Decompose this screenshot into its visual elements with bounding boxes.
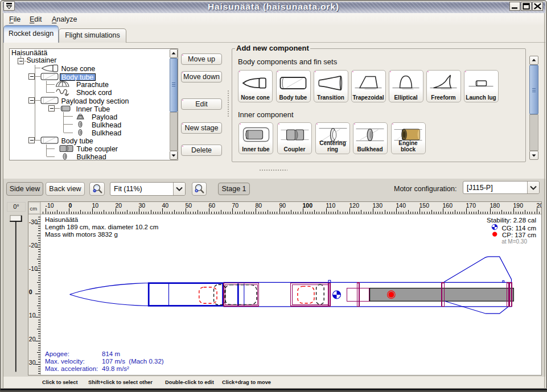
- svg-text:Haisunäätä: Haisunäätä: [45, 216, 79, 223]
- svg-text:50: 50: [186, 202, 192, 209]
- svg-text:10: 10: [92, 202, 99, 209]
- svg-text:cm: cm: [30, 205, 38, 212]
- svg-text:70: 70: [232, 202, 239, 209]
- svg-text:107 m/s (Mach 0.32): 107 m/s (Mach 0.32): [102, 358, 164, 365]
- svg-text:-10: -10: [46, 202, 54, 209]
- svg-text:150: 150: [419, 202, 430, 209]
- svg-text:60: 60: [209, 202, 216, 209]
- svg-text:160: 160: [443, 202, 453, 209]
- svg-text:30: 30: [139, 202, 146, 209]
- svg-text:120: 120: [349, 202, 360, 209]
- svg-text:0: 0: [69, 202, 72, 209]
- svg-text:80: 80: [256, 202, 262, 209]
- svg-text:0: 0: [29, 288, 32, 295]
- svg-text:110: 110: [326, 202, 336, 209]
- svg-text:140: 140: [396, 202, 406, 209]
- svg-text:180: 180: [490, 202, 500, 209]
- svg-text:Stability: 2.28 cal: Stability: 2.28 cal: [487, 217, 536, 224]
- svg-text:20: 20: [29, 336, 36, 343]
- svg-text:-10: -10: [29, 265, 38, 272]
- svg-text:30: 30: [29, 359, 36, 366]
- svg-text:170: 170: [466, 202, 476, 209]
- svg-text:Mass with motors 3832 g: Mass with motors 3832 g: [45, 231, 118, 238]
- svg-text:CP: 137 cm: CP: 137 cm: [502, 232, 536, 238]
- svg-text:49.8 m/s²: 49.8 m/s²: [102, 365, 129, 372]
- svg-text:200: 200: [537, 202, 542, 209]
- svg-text:CG: 114 cm: CG: 114 cm: [502, 225, 537, 232]
- svg-text:20: 20: [116, 202, 122, 209]
- svg-text:Apogee:: Apogee:: [45, 350, 69, 357]
- svg-text:10: 10: [29, 312, 36, 319]
- svg-text:Max. velocity:: Max. velocity:: [45, 358, 85, 365]
- svg-text:100: 100: [303, 202, 313, 209]
- svg-text:190: 190: [513, 202, 524, 209]
- svg-text:-30: -30: [29, 218, 38, 225]
- svg-text:814 m: 814 m: [102, 350, 120, 357]
- svg-text:at M=0.30: at M=0.30: [501, 238, 527, 245]
- svg-text:Length 189 cm, max. diameter 1: Length 189 cm, max. diameter 10.2 cm: [45, 224, 158, 230]
- svg-text:90: 90: [279, 202, 286, 209]
- svg-text:-20: -20: [29, 242, 38, 249]
- svg-text:40: 40: [162, 202, 169, 209]
- svg-text:130: 130: [373, 202, 383, 209]
- svg-text:Max. acceleration:: Max. acceleration:: [45, 365, 98, 372]
